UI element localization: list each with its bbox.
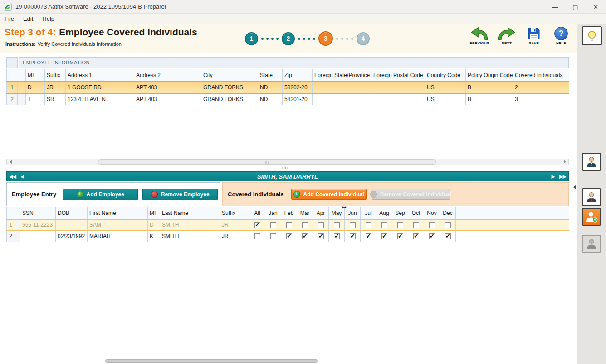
cell-jan[interactable] (265, 219, 281, 231)
cell-nov[interactable] (424, 219, 440, 231)
col-suffix[interactable]: Suffix (45, 69, 66, 82)
cell-jun[interactable] (345, 231, 361, 242)
cell-state[interactable]: ND (258, 93, 283, 105)
col-dec[interactable]: Dec (440, 207, 456, 219)
cell-state[interactable]: ND (258, 82, 283, 93)
step-circle-3[interactable]: 3 (318, 31, 333, 46)
previous-button[interactable]: PREVIOUS (468, 25, 491, 45)
jul-checkbox[interactable] (366, 233, 371, 239)
scroll-left-arrow[interactable] (7, 159, 14, 165)
cell-feb[interactable] (281, 219, 297, 231)
menu-edit[interactable]: Edit (19, 14, 38, 24)
col-mar[interactable]: Mar (297, 207, 313, 219)
col-covered-individuals[interactable]: Covered Individuals (513, 69, 569, 82)
cell-dob[interactable]: 02/23/1992 (56, 231, 88, 242)
splitter-handle[interactable]: ••• (254, 165, 318, 171)
first-record-button[interactable]: ◀◀ (7, 174, 18, 180)
col-dob[interactable]: DOB (56, 207, 88, 219)
cell-policy-origin[interactable]: B (466, 82, 513, 93)
feb-checkbox[interactable] (286, 222, 292, 228)
row-number[interactable]: 2 (7, 93, 18, 105)
cell-apr[interactable] (313, 219, 329, 231)
employee-view-button[interactable] (582, 153, 601, 171)
step-circle-1[interactable]: 1 (245, 32, 258, 45)
cell-foreign-state[interactable] (313, 93, 371, 105)
cell-aug[interactable] (376, 231, 392, 242)
close-button[interactable]: ✕ (586, 0, 606, 14)
col-apr[interactable]: Apr (313, 207, 329, 219)
cell-apr[interactable] (313, 231, 329, 242)
cell-mar[interactable] (297, 219, 313, 231)
row-number[interactable]: 1 (7, 219, 15, 231)
last-record-button[interactable]: ▶▶ (557, 174, 568, 180)
oct-checkbox[interactable] (413, 222, 419, 228)
remove-covered-individual-button[interactable]: − Remove Covered Individual (372, 189, 450, 200)
aug-checkbox[interactable] (381, 233, 387, 239)
employee-grid-hscrollbar[interactable] (6, 159, 569, 165)
jun-checkbox[interactable] (350, 222, 356, 228)
cell-aug[interactable] (376, 219, 392, 231)
cell-jan[interactable] (265, 231, 281, 242)
col-zip[interactable]: Zip (283, 69, 313, 82)
cell-ssn[interactable]: 555-11-2223 (20, 219, 56, 231)
apr-checkbox[interactable] (318, 233, 324, 239)
maximize-button[interactable]: ▢ (565, 0, 586, 14)
col-mi[interactable]: MI (148, 207, 160, 219)
cell-last-name[interactable]: SMITH (160, 231, 220, 242)
cell-suffix[interactable]: JR (220, 219, 249, 231)
add-covered-individual-side-button[interactable] (582, 208, 601, 226)
step-circle-2[interactable]: 2 (282, 32, 295, 45)
cell-address2[interactable]: APT 403 (134, 93, 201, 105)
scroll-right-arrow[interactable] (561, 159, 568, 165)
cell-suffix[interactable]: SR (45, 93, 66, 105)
remove-employee-button[interactable]: − Remove Employee (142, 189, 218, 200)
col-sep[interactable]: Sep (392, 207, 408, 219)
cell-jul[interactable] (361, 231, 376, 242)
employee-entry-label[interactable]: Employee Entry (7, 191, 56, 198)
col-jan[interactable]: Jan (265, 207, 281, 219)
employee-row-2[interactable]: 2 T SR 123 4TH AVE N APT 403 GRAND FORKS… (7, 93, 569, 105)
cell-city[interactable]: GRAND FORKS (201, 93, 258, 105)
nov-checkbox[interactable] (429, 233, 435, 239)
col-aug[interactable]: Aug (376, 207, 392, 219)
col-address1[interactable]: Address 1 (66, 69, 134, 82)
col-nov[interactable]: Nov (424, 207, 440, 219)
jul-checkbox[interactable] (366, 222, 371, 228)
cell-covered-count[interactable]: 2 (513, 82, 569, 93)
col-ssn[interactable]: SSN (20, 207, 56, 219)
cell-all[interactable] (249, 219, 265, 231)
cell-sep[interactable] (392, 219, 408, 231)
all-checkbox[interactable] (254, 233, 260, 239)
cell-dec[interactable] (440, 231, 456, 242)
may-checkbox[interactable] (334, 233, 340, 239)
col-suffix[interactable]: Suffix (220, 207, 249, 219)
oct-checkbox[interactable] (413, 233, 419, 239)
mar-checkbox[interactable] (302, 233, 308, 239)
cell-address1[interactable]: 123 4TH AVE N (66, 93, 134, 105)
remove-covered-individual-side-button[interactable] (582, 235, 601, 253)
cell-mi[interactable]: D (26, 82, 45, 93)
tip-lightbulb-button[interactable] (582, 26, 602, 45)
cell-zip[interactable]: 58201-20 (283, 93, 313, 105)
col-city[interactable]: City (201, 69, 258, 82)
feb-checkbox[interactable] (286, 233, 292, 239)
col-jul[interactable]: Jul (361, 207, 376, 219)
col-oct[interactable]: Oct (408, 207, 424, 219)
cell-dec[interactable] (440, 219, 456, 231)
sep-checkbox[interactable] (397, 233, 403, 239)
col-state[interactable]: State (258, 69, 283, 82)
col-policy-origin[interactable]: Policy Origin Code (466, 69, 513, 82)
col-all[interactable]: All (249, 207, 265, 219)
cell-suffix[interactable]: JR (45, 82, 66, 93)
tab-employee-entry[interactable]: Employee Entry + Add Employee − Remove E… (6, 182, 220, 206)
col-mi[interactable]: MI (26, 69, 45, 82)
cell-mi[interactable]: T (26, 93, 45, 105)
col-country-code[interactable]: Country Code (425, 69, 466, 82)
cell-may[interactable] (329, 231, 345, 242)
next-button[interactable]: NEXT (495, 25, 518, 45)
covered-row-1[interactable]: 1 555-11-2223 SAM D SMITH JR (7, 219, 569, 231)
help-button[interactable]: ? HELP (550, 25, 572, 45)
cell-foreign-postal[interactable] (371, 93, 425, 105)
scrollbar-track[interactable] (14, 159, 561, 165)
col-foreign-state[interactable]: Foreign State/Province (313, 69, 371, 82)
